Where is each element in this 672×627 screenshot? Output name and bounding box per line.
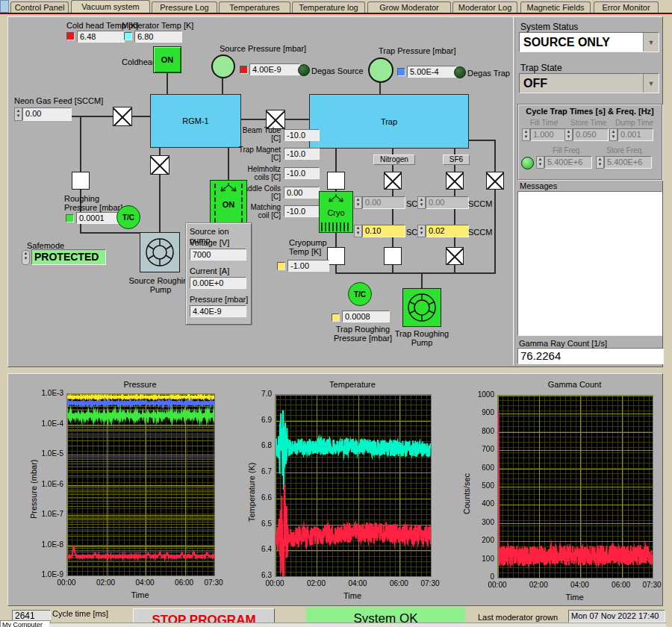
degas-trap-led[interactable] xyxy=(454,66,466,78)
pressure-plot xyxy=(66,393,215,576)
trap-state-dropdown[interactable]: OFF ▼ xyxy=(519,73,659,93)
store-freq-spinner[interactable] xyxy=(596,156,604,169)
trap-pump-label: Trap Roughing Pump xyxy=(388,329,456,347)
y-axis-label: Counts/sec xyxy=(462,473,471,514)
fill-freq-field[interactable]: 5.400E+6 xyxy=(544,156,592,169)
degas-source-label: Degas Source xyxy=(311,66,364,75)
chevron-down-icon[interactable]: ▼ xyxy=(643,33,659,52)
trap-state-label: Trap State xyxy=(520,63,562,72)
n2-set-spinner[interactable] xyxy=(354,196,362,209)
y-tick-label: 700 xyxy=(461,445,494,453)
trap-pressure-field: 5.00E-4 xyxy=(407,66,456,78)
trap-thermocouple: T/C xyxy=(348,282,372,306)
x-tick-label: 02:00 xyxy=(301,579,331,587)
fill-freq-led[interactable] xyxy=(521,157,534,169)
gamma-count-label: Gamma Ray Count [1/s] xyxy=(519,339,607,348)
temperature-chart: Temperature Temperature (K) Time 7.06.96… xyxy=(232,378,445,602)
coldhead-label: Coldhead xyxy=(122,57,157,66)
sf6-actual-spinner[interactable] xyxy=(417,225,426,237)
fill-time-spinner[interactable] xyxy=(522,128,530,141)
toolbar-strip xyxy=(49,623,666,627)
dump-time-spinner[interactable] xyxy=(609,128,617,141)
sf6-actual-field[interactable]: 0.02 xyxy=(426,225,469,237)
safemode-field[interactable]: PROTECTED xyxy=(31,249,106,265)
degas-source-led[interactable] xyxy=(298,64,310,76)
trap-state-value: OFF xyxy=(520,74,643,93)
tab-magnetic-fields[interactable]: Magnetic Fields xyxy=(520,1,591,13)
tab-error-monitor[interactable]: Error Monitor xyxy=(594,1,659,13)
system-status-label: System Status xyxy=(520,22,578,31)
dump-time-field[interactable]: 0.001 xyxy=(617,128,653,141)
pipe xyxy=(222,76,223,94)
n2-actual-field[interactable]: 0.10 xyxy=(362,225,405,237)
store-time-label: Store Time xyxy=(570,119,606,127)
dump-time-label: Dump Time xyxy=(615,119,653,127)
neon-feed-spinner[interactable] xyxy=(14,107,22,121)
fill-time-field[interactable]: 1.000 xyxy=(530,128,566,141)
coldhead-on-button[interactable]: ON xyxy=(153,46,181,73)
execution-target-value: My Computer xyxy=(2,621,43,627)
fill-freq-label: Fill Freq. xyxy=(553,146,582,155)
y-tick-label: 1.0E-9 xyxy=(31,570,63,578)
sf6-lower-valve xyxy=(446,247,464,265)
messages-box xyxy=(517,191,662,336)
source-pump-label: Source Roughing Pump xyxy=(126,276,195,294)
x-tick-label: 00:00 xyxy=(260,579,290,587)
n2-set-field[interactable]: 0.00 xyxy=(362,196,405,209)
execution-target-selector[interactable]: My Computer xyxy=(0,620,51,627)
store-time-spinner[interactable] xyxy=(564,128,573,141)
y-tick-label: 1.0E-7 xyxy=(31,510,63,518)
moderator-temp-label: Moderator Temp [K] xyxy=(122,21,193,30)
tab-temperature-log[interactable]: Temperature log xyxy=(292,1,365,13)
roughing-pressure-field: 0.0001 xyxy=(76,212,122,224)
trap-roughing-field: 0.0008 xyxy=(342,311,390,322)
y-tick-label: 800 xyxy=(461,427,494,435)
ion-voltage-label: Voltage [V] xyxy=(190,238,229,247)
cycle-trap-box: Cycle Trap Times [s] & Freq. [Hz] Fill T… xyxy=(517,104,662,180)
sf6-set-field[interactable]: 0.00 xyxy=(426,196,469,209)
system-status-dropdown[interactable]: SOURCE ONLY ▼ xyxy=(519,32,659,52)
gamma-count-field: 76.2264 xyxy=(517,348,664,364)
pipe xyxy=(421,272,423,288)
tab-moderator-log[interactable]: Moderator Log xyxy=(452,1,517,13)
neon-line-valve xyxy=(113,107,132,126)
ion-pump-icon[interactable]: ON xyxy=(210,180,247,226)
nitrogen-label: Nitrogen xyxy=(373,155,415,165)
chevron-down-icon[interactable]: ▼ xyxy=(643,74,659,93)
sf6-set-unit: SCCM xyxy=(468,199,492,208)
y-tick-label: 1.0E-8 xyxy=(31,540,63,549)
panel-divider xyxy=(513,17,515,365)
vacuum-diagram-panel: Cold head Temp [K] 6.48 Moderator Temp [… xyxy=(7,16,663,367)
tab-temperatures[interactable]: Temperatures xyxy=(219,1,290,13)
moderator-indicator xyxy=(124,32,132,40)
sf6-set-spinner[interactable] xyxy=(417,196,426,209)
tab-grow-moderator[interactable]: Grow Moderator xyxy=(367,1,451,13)
pressure-chart: Pressure Pressure (mbar) Time 1.0E-31.0E… xyxy=(23,378,228,602)
store-time-field[interactable]: 0.050 xyxy=(573,128,609,141)
trap-vent-valve xyxy=(486,172,504,190)
tab-vacuum-system[interactable]: Vacuum system xyxy=(71,0,150,13)
safemode-spinner[interactable] xyxy=(22,250,30,265)
tab-control-panel[interactable]: Control Panel xyxy=(10,1,69,13)
cycle-time-label: Cycle time [ms] xyxy=(52,609,108,618)
gamma-count-chart: Gamma Count Counts/sec Time 100090080070… xyxy=(456,378,662,602)
ion-pressure-field: 4.40E-9 xyxy=(190,305,246,317)
cold-head-indicator xyxy=(66,32,75,40)
store-freq-field[interactable]: 5.400E+6 xyxy=(604,156,652,169)
neon-feed-field[interactable]: 0.00 xyxy=(22,107,72,121)
pipe xyxy=(335,272,496,274)
gamma-plot xyxy=(497,395,653,578)
fill-freq-spinner[interactable] xyxy=(536,156,544,169)
pipe xyxy=(494,140,496,274)
n2-actual-spinner[interactable] xyxy=(354,225,362,237)
ion-pump-state: ON xyxy=(211,200,246,209)
cryo-pump-icon[interactable]: Cryo xyxy=(319,191,353,233)
x-tick-label: 00:00 xyxy=(52,578,81,587)
tab-pressure-log[interactable]: Pressure Log xyxy=(152,1,217,13)
trap-roughing-indicator xyxy=(332,314,340,322)
pipe xyxy=(228,146,229,180)
cryopump-temp-label: Cryopump Temp [K] xyxy=(289,238,331,256)
beam-tube-field: -10.0 xyxy=(284,129,320,141)
last-moderator-field: Mon 07 Nov 2022 17:40 xyxy=(568,610,665,623)
cryo-arrows-icon xyxy=(324,193,348,203)
